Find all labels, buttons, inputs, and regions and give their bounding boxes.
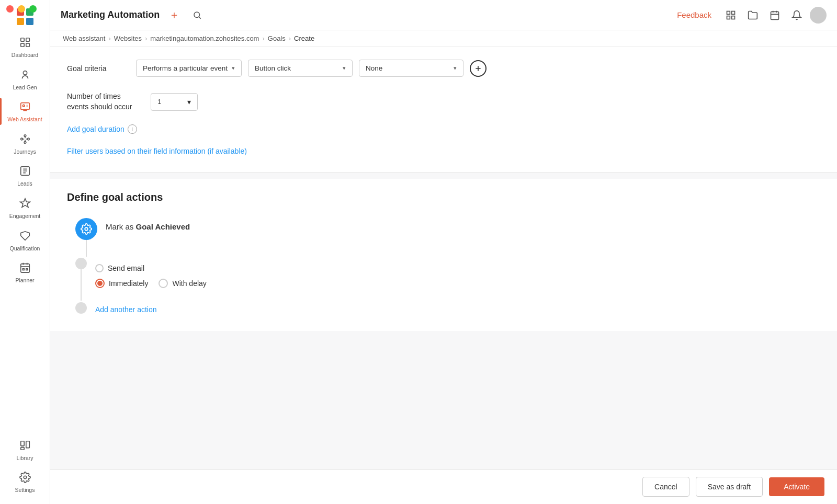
svg-rect-17	[20, 264, 29, 273]
calendar-icon[interactable]	[766, 6, 784, 24]
immediately-option[interactable]: Immediately	[95, 279, 148, 288]
sidebar-item-leads[interactable]: Leads	[0, 160, 50, 191]
app-title: Marketing Automation	[61, 9, 160, 20]
svg-rect-6	[20, 43, 24, 47]
maximize-button[interactable]	[29, 5, 37, 13]
send-email-radio[interactable]	[95, 264, 104, 272]
svg-rect-26	[732, 11, 735, 14]
svg-rect-9	[20, 103, 29, 110]
sidebar-item-lead-gen[interactable]: Lead Gen	[0, 64, 50, 95]
cancel-button[interactable]: Cancel	[642, 477, 689, 497]
notification-icon[interactable]	[788, 6, 806, 24]
sidebar-item-settings[interactable]: Settings	[0, 466, 50, 498]
qualification-icon	[19, 230, 31, 243]
sidebar-item-leads-label: Leads	[17, 180, 32, 187]
main-content: Marketing Automation ＋ Feedback	[50, 0, 837, 504]
timing-row: Immediately With delay	[95, 279, 820, 288]
criteria-row: Goal criteria Performs a particular even…	[67, 60, 820, 77]
criteria-dropdown-2-value: Button click	[255, 64, 291, 72]
sidebar-item-settings-label: Settings	[15, 487, 35, 494]
add-criteria-button[interactable]	[470, 60, 487, 77]
immediately-label: Immediately	[109, 279, 148, 288]
activate-button[interactable]: Activate	[769, 477, 824, 496]
sidebar-item-library[interactable]: Library	[0, 434, 50, 466]
immediately-radio-filled	[95, 279, 105, 288]
journeys-icon	[19, 133, 31, 146]
criteria-dropdown-3[interactable]: None ▾	[359, 60, 463, 77]
add-goal-duration-link[interactable]: Add goal duration	[67, 125, 125, 133]
leads-icon	[19, 165, 31, 178]
mark-as-label: Mark as Goal Achieved	[106, 222, 820, 231]
criteria-dropdown-1-value: Performs a particular event	[143, 64, 228, 72]
svg-rect-20	[20, 441, 24, 446]
define-goal-actions-section: Define goal actions	[50, 179, 837, 331]
engagement-icon	[19, 198, 31, 211]
breadcrumb-sep-4: ›	[289, 35, 291, 42]
breadcrumb-create: Create	[294, 35, 314, 42]
lead-gen-icon	[19, 69, 31, 82]
breadcrumb-sep-1: ›	[108, 35, 110, 42]
svg-rect-5	[26, 38, 29, 41]
web-assistant-icon	[19, 101, 31, 114]
svg-point-12	[24, 135, 26, 137]
svg-rect-18	[22, 269, 24, 270]
minimize-button[interactable]	[18, 5, 25, 13]
gear-circle-icon	[75, 218, 97, 240]
sidebar-item-dashboard[interactable]: Dashboard	[0, 31, 50, 63]
svg-rect-7	[26, 43, 29, 47]
goal-duration-info-icon[interactable]: i	[128, 124, 137, 134]
breadcrumb-goals[interactable]: Goals	[268, 35, 286, 42]
svg-point-14	[27, 138, 29, 140]
with-delay-radio-empty	[159, 279, 168, 288]
sidebar-item-lead-gen-label: Lead Gen	[13, 84, 37, 91]
folder-icon[interactable]	[744, 6, 762, 24]
topbar-right: Feedback	[677, 6, 827, 24]
sidebar-item-web-assistant[interactable]: Web Assistant	[0, 96, 50, 127]
breadcrumb-web-assistant[interactable]: Web assistant	[63, 35, 105, 42]
times-label: Number of times events should occur	[67, 91, 140, 112]
close-button[interactable]	[6, 5, 14, 13]
breadcrumb-sep-2: ›	[145, 35, 147, 42]
sidebar-item-planner-label: Planner	[15, 277, 34, 284]
sidebar-item-qualification[interactable]: Qualification	[0, 225, 50, 256]
breadcrumb-sep-3: ›	[262, 35, 264, 42]
sidebar-item-planner[interactable]: Planner	[0, 257, 50, 288]
user-avatar[interactable]	[810, 7, 827, 24]
with-delay-label: With delay	[172, 279, 206, 288]
feedback-link[interactable]: Feedback	[677, 10, 711, 19]
sidebar-nav: Dashboard Lead Gen Web Ass	[0, 31, 50, 434]
criteria-dropdown-2-chevron: ▾	[343, 65, 346, 72]
sidebar-item-qualification-label: Qualification	[10, 245, 40, 252]
search-button[interactable]	[189, 7, 206, 24]
add-action-icon-wrap	[75, 301, 87, 314]
add-action-item: Add another action	[75, 301, 820, 314]
breadcrumb: Web assistant › Websites › marketingauto…	[50, 30, 837, 47]
list-icon[interactable]	[722, 6, 740, 24]
svg-rect-25	[727, 11, 730, 14]
criteria-label: Goal criteria	[67, 64, 130, 73]
save-draft-button[interactable]: Save as draft	[696, 477, 763, 497]
add-another-action-link[interactable]: Add another action	[95, 305, 157, 314]
send-email-action: Send email Immediately	[75, 257, 820, 301]
topbar-left: Marketing Automation ＋	[61, 7, 206, 24]
criteria-dropdown-1[interactable]: Performs a particular event ▾	[136, 60, 242, 77]
times-dropdown[interactable]: 1 ▾	[151, 93, 198, 111]
svg-point-23	[24, 476, 27, 479]
svg-point-10	[22, 105, 25, 107]
breadcrumb-websites[interactable]: Websites	[114, 35, 142, 42]
with-delay-option[interactable]: With delay	[159, 279, 206, 288]
breadcrumb-domain[interactable]: marketingautomation.zohosites.com	[150, 35, 259, 42]
svg-point-13	[24, 141, 26, 143]
sidebar-item-journeys[interactable]: Journeys	[0, 128, 50, 159]
footer-bar: Cancel Save as draft Activate	[50, 469, 837, 504]
library-icon	[19, 440, 31, 453]
add-button[interactable]: ＋	[166, 7, 183, 24]
footer-right: Cancel Save as draft Activate	[642, 477, 824, 497]
filter-users-link[interactable]: Filter users based on their field inform…	[67, 147, 247, 155]
sidebar-item-engagement[interactable]: Engagement	[0, 192, 50, 224]
criteria-dropdown-2[interactable]: Button click ▾	[248, 60, 353, 77]
immediately-radio-inner	[97, 281, 103, 286]
gear-icon-wrap	[75, 218, 97, 257]
sidebar: Dashboard Lead Gen Web Ass	[0, 0, 50, 504]
svg-rect-29	[771, 12, 779, 19]
